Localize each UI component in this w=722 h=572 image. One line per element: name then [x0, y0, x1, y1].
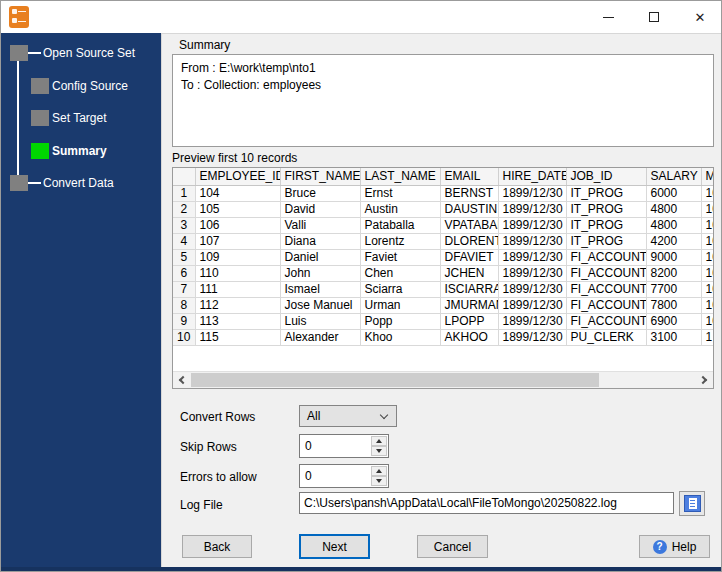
table-row[interactable]: 6110JohnChenJCHEN1899/12/30FI_ACCOUNT820…	[173, 265, 713, 281]
table-cell: Bruce	[280, 185, 360, 201]
close-button[interactable]: ✕	[677, 2, 722, 32]
summary-to-line: To : Collection: employees	[181, 77, 705, 94]
table-cell: 10	[701, 249, 713, 265]
step-indicator-config-source	[31, 78, 49, 94]
app-icon	[9, 6, 29, 28]
errors-spin-up-button[interactable]	[371, 466, 387, 476]
table-cell: Austin	[360, 201, 440, 217]
step-indicator-open-source-set	[10, 45, 28, 61]
row-number-cell: 2	[173, 201, 195, 217]
table-row[interactable]: 10115AlexanderKhooAKHOO1899/12/30PU_CLER…	[173, 329, 713, 345]
table-cell: 6900	[646, 313, 701, 329]
table-header-row: EMPLOYEE_IDFIRST_NAMELAST_NAMEEMAILHIRE_…	[173, 168, 713, 185]
table-cell: 10	[701, 313, 713, 329]
table-row[interactable]: 5109DanielFavietDFAVIET1899/12/30FI_ACCO…	[173, 249, 713, 265]
row-number-cell: 9	[173, 313, 195, 329]
table-row[interactable]: 3106ValliPataballaVPATABAL1899/12/30IT_P…	[173, 217, 713, 233]
table-cell: 1899/12/30	[498, 281, 566, 297]
table-cell: PU_CLERK	[566, 329, 646, 345]
errors-to-allow-stepper[interactable]: 0	[299, 464, 389, 488]
table-cell: John	[280, 265, 360, 281]
table-cell: IT_PROG	[566, 185, 646, 201]
column-header[interactable]: SALARY	[646, 168, 701, 185]
summary-textbox[interactable]: From : E:\work\temp\nto1 To : Collection…	[172, 54, 714, 147]
row-number-header[interactable]	[173, 168, 195, 185]
skip-rows-spin-down-button[interactable]	[371, 446, 387, 456]
wizard-sidebar: Open Source Set Config Source Set Target…	[1, 33, 161, 569]
table-cell: 10	[701, 265, 713, 281]
table-cell: VPATABAL	[440, 217, 498, 233]
row-number-cell: 5	[173, 249, 195, 265]
column-header[interactable]: LAST_NAME	[360, 168, 440, 185]
table-cell: 1899/12/30	[498, 265, 566, 281]
table-cell: 9000	[646, 249, 701, 265]
scroll-left-icon	[179, 376, 187, 384]
maximize-button[interactable]	[631, 2, 677, 32]
log-file-input[interactable]	[299, 492, 674, 514]
table-cell: Pataballa	[360, 217, 440, 233]
row-number-cell: 3	[173, 217, 195, 233]
table-cell: Ismael	[280, 281, 360, 297]
column-header[interactable]: EMPLOYEE_ID	[195, 168, 280, 185]
table-row[interactable]: 7111IsmaelSciarraISCIARRA1899/12/30FI_AC…	[173, 281, 713, 297]
table-cell: 10	[701, 233, 713, 249]
table-row[interactable]: 1104BruceErnstBERNST1899/12/30IT_PROG600…	[173, 185, 713, 201]
scrollbar-thumb[interactable]	[191, 373, 599, 387]
column-header[interactable]: HIRE_DATE	[498, 168, 566, 185]
scroll-left-button[interactable]	[173, 372, 190, 388]
maximize-icon	[649, 12, 659, 22]
sidebar-item-summary: Summary	[52, 143, 107, 159]
window-bottom-edge	[1, 567, 721, 571]
column-header[interactable]: M	[701, 168, 713, 185]
table-cell: 10	[701, 297, 713, 313]
table-row[interactable]: 4107DianaLorentzDLORENTZ1899/12/30IT_PRO…	[173, 233, 713, 249]
table-cell: 1899/12/30	[498, 201, 566, 217]
table-cell: ISCIARRA	[440, 281, 498, 297]
table-cell: FI_ACCOUNT	[566, 281, 646, 297]
table-cell: FI_ACCOUNT	[566, 249, 646, 265]
column-header[interactable]: EMAIL	[440, 168, 498, 185]
table-cell: 1899/12/30	[498, 217, 566, 233]
skip-rows-stepper[interactable]: 0	[299, 434, 389, 458]
step-connector-line	[27, 52, 41, 54]
table-cell: 10	[701, 281, 713, 297]
help-button-label: Help	[672, 540, 697, 554]
table-row[interactable]: 9113LuisPoppLPOPP1899/12/30FI_ACCOUNT690…	[173, 313, 713, 329]
open-log-file-button[interactable]	[679, 491, 705, 516]
table-cell: 6000	[646, 185, 701, 201]
table-cell: IT_PROG	[566, 217, 646, 233]
table-cell: 104	[195, 185, 280, 201]
table-cell: Urman	[360, 297, 440, 313]
table-cell: 1	[701, 329, 713, 345]
cancel-button[interactable]: Cancel	[417, 535, 488, 558]
horizontal-scrollbar[interactable]	[173, 371, 713, 388]
table-cell: IT_PROG	[566, 233, 646, 249]
table-cell: 4800	[646, 201, 701, 217]
table-row[interactable]: 2105DavidAustinDAUSTIN1899/12/30IT_PROG4…	[173, 201, 713, 217]
table-cell: FI_ACCOUNT	[566, 265, 646, 281]
column-header[interactable]: JOB_ID	[566, 168, 646, 185]
scroll-right-button[interactable]	[696, 372, 713, 388]
help-button[interactable]: ? Help	[639, 535, 710, 558]
table-cell: David	[280, 201, 360, 217]
skip-rows-spin-up-button[interactable]	[371, 436, 387, 446]
table-cell: FI_ACCOUNT	[566, 313, 646, 329]
table-cell: 107	[195, 233, 280, 249]
errors-spin-down-button[interactable]	[371, 476, 387, 486]
log-file-label: Log File	[180, 498, 223, 512]
sidebar-item-convert-data: Convert Data	[43, 175, 114, 191]
column-header[interactable]: FIRST_NAME	[280, 168, 360, 185]
table-cell: 1899/12/30	[498, 297, 566, 313]
table-cell: LPOPP	[440, 313, 498, 329]
back-button[interactable]: Back	[182, 535, 252, 558]
table-cell: 1899/12/30	[498, 313, 566, 329]
preview-grid[interactable]: EMPLOYEE_IDFIRST_NAMELAST_NAMEEMAILHIRE_…	[173, 168, 713, 371]
next-button[interactable]: Next	[299, 534, 370, 559]
dialog-window: ✕ Open Source Set Config Source Set Targ…	[0, 0, 722, 572]
convert-rows-dropdown[interactable]: All	[299, 405, 397, 427]
minimize-button[interactable]	[585, 2, 631, 32]
next-button-label: Next	[322, 540, 347, 554]
convert-rows-label: Convert Rows	[180, 410, 255, 424]
table-cell: Alexander	[280, 329, 360, 345]
table-row[interactable]: 8112Jose ManuelUrmanJMURMAN1899/12/30FI_…	[173, 297, 713, 313]
